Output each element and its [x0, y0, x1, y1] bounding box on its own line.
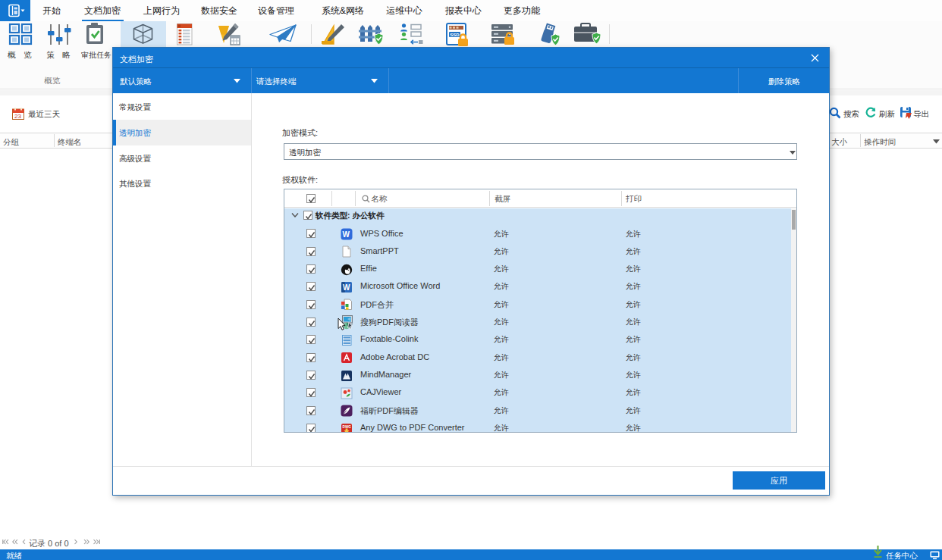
svg-text:SSD: SSD	[450, 33, 460, 37]
svg-text:23: 23	[14, 113, 21, 120]
svg-text:W: W	[343, 230, 350, 239]
svg-text:W: W	[343, 283, 350, 292]
svg-text:DWG: DWG	[343, 425, 352, 429]
